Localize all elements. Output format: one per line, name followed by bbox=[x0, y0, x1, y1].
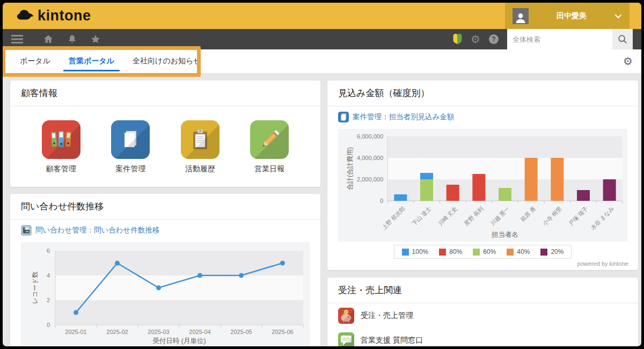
order-link-0[interactable]: 受注・売上管理 bbox=[327, 303, 638, 328]
inquiry-chart-card: 問い合わせ件数推移 問い合わせ管理：問い合わせ件数推移 02462025-012… bbox=[10, 194, 320, 346]
svg-text:川崎 丈史: 川崎 丈史 bbox=[437, 205, 458, 227]
app-link-label: 問い合わせ管理：問い合わせ件数推移 bbox=[35, 226, 159, 235]
inquiry-app-icon bbox=[21, 225, 32, 236]
bar-chart: 02,000,0004,000,0006,000,000上野 裕次郎下山 達士川… bbox=[338, 129, 627, 242]
user-menu[interactable]: 田中愛美 bbox=[505, 3, 630, 29]
svg-text:2025-06: 2025-06 bbox=[272, 329, 293, 335]
forecast-app-icon bbox=[338, 112, 349, 122]
customer-info-card: 顧客情報 顧客管理 案件管理 活動履歴 営業日報 bbox=[10, 81, 320, 187]
svg-text:前原 勇: 前原 勇 bbox=[519, 205, 537, 223]
svg-text:2: 2 bbox=[47, 297, 50, 303]
chat-bubble-icon bbox=[338, 332, 354, 346]
svg-text:0: 0 bbox=[380, 198, 383, 204]
svg-text:星野 長利: 星野 長利 bbox=[463, 205, 484, 227]
svg-text:戸塚 瑞子: 戸塚 瑞子 bbox=[567, 205, 589, 227]
card-title: 受注・売上関連 bbox=[327, 278, 638, 303]
app-tile-2[interactable]: 活動履歴 bbox=[181, 120, 219, 174]
order-link-1[interactable]: 営業支援 質問窓口 bbox=[327, 328, 638, 346]
user-name: 田中愛美 bbox=[529, 11, 614, 21]
portal-tabbar: ポータル営業ポータル全社向けのお知らせ ⚙ bbox=[3, 49, 641, 73]
legend-item: 80% bbox=[439, 248, 462, 256]
order-link-label: 営業支援 質問窓口 bbox=[361, 336, 423, 345]
legend-item: 100% bbox=[402, 248, 429, 256]
forecast-chart-card: 見込み金額（確度別） 案件管理：担当者別見込み金額 02,000,0004,00… bbox=[327, 81, 638, 270]
svg-text:担当者名: 担当者名 bbox=[491, 231, 518, 238]
portal-settings-gear-icon[interactable]: ⚙ bbox=[623, 56, 633, 67]
beginner-guide-icon[interactable] bbox=[448, 29, 466, 49]
hamburger-menu-icon[interactable] bbox=[8, 29, 26, 49]
cloud-logo-icon bbox=[17, 9, 34, 23]
app-label: 活動履歴 bbox=[185, 164, 215, 174]
inquiry-app-link[interactable]: 問い合わせ管理：問い合わせ件数推移 bbox=[10, 220, 320, 238]
svg-text:6: 6 bbox=[47, 248, 50, 254]
clipboard-icon bbox=[181, 120, 219, 159]
chart-legend: 100%80%60%40%20% bbox=[394, 245, 572, 259]
card-title: 見込み金額（確度別） bbox=[327, 81, 638, 106]
app-label: 顧客管理 bbox=[46, 164, 76, 174]
svg-text:6,000,000: 6,000,000 bbox=[357, 133, 383, 140]
portal-tab-0[interactable]: ポータル bbox=[12, 49, 58, 73]
pencil-icon bbox=[250, 120, 289, 159]
user-avatar-icon bbox=[513, 8, 529, 24]
documents-icon bbox=[111, 120, 150, 159]
svg-text:2025-03: 2025-03 bbox=[148, 329, 169, 335]
screenshot-frame: kintone 田中愛美 bbox=[0, 0, 644, 349]
svg-text:水谷 まなみ: 水谷 まなみ bbox=[589, 205, 615, 231]
help-icon[interactable]: ? bbox=[485, 29, 503, 49]
app-label: 営業日報 bbox=[254, 164, 284, 174]
svg-text:受付日時 (月単位): 受付日時 (月単位) bbox=[152, 337, 206, 345]
svg-text:合計(合計費用): 合計(合計費用) bbox=[346, 147, 354, 190]
svg-text:2025-02: 2025-02 bbox=[106, 329, 128, 335]
svg-text:小寺 樹里: 小寺 樹里 bbox=[541, 205, 562, 227]
favorites-star-icon[interactable] bbox=[86, 29, 105, 49]
card-title: 問い合わせ件数推移 bbox=[10, 194, 320, 220]
legend-item: 40% bbox=[507, 248, 530, 256]
portal-content: 顧客情報 顧客管理 案件管理 活動履歴 営業日報 問い合わせ件数推移 問い合わせ… bbox=[3, 73, 641, 346]
legend-item: 20% bbox=[540, 248, 564, 256]
global-search bbox=[507, 29, 633, 49]
powered-by-label: powered by kintone bbox=[327, 259, 638, 270]
binders-icon bbox=[42, 120, 80, 159]
notifications-bell-icon[interactable] bbox=[63, 29, 81, 49]
app-link-label: 案件管理：担当者別見込み金額 bbox=[353, 112, 454, 122]
app-tile-0[interactable]: 顧客管理 bbox=[42, 120, 80, 174]
svg-text:2025-01: 2025-01 bbox=[65, 329, 86, 335]
card-title: 顧客情報 bbox=[10, 81, 320, 106]
svg-text:川越 憲一: 川越 憲一 bbox=[489, 205, 510, 227]
order-link-label: 受注・売上管理 bbox=[361, 311, 413, 321]
svg-text:上野 裕次郎: 上野 裕次郎 bbox=[380, 205, 406, 231]
app-label: 案件管理 bbox=[115, 164, 145, 174]
chevron-down-icon bbox=[614, 11, 622, 21]
search-icon[interactable] bbox=[612, 29, 633, 49]
svg-text:下山 達士: 下山 達士 bbox=[410, 205, 432, 227]
svg-text:レコード数: レコード数 bbox=[31, 272, 39, 304]
logo-text: kintone bbox=[38, 8, 91, 24]
piggy-bank-icon bbox=[338, 308, 354, 324]
svg-text:?: ? bbox=[492, 35, 495, 43]
svg-text:2025-05: 2025-05 bbox=[230, 329, 252, 335]
app-tile-3[interactable]: 営業日報 bbox=[250, 120, 289, 174]
forecast-app-link[interactable]: 案件管理：担当者別見込み金額 bbox=[327, 106, 638, 125]
orders-card: 受注・売上関連 受注・売上管理 営業支援 質問窓口 bbox=[327, 278, 638, 346]
svg-text:2,000,000: 2,000,000 bbox=[357, 176, 383, 183]
kintone-logo[interactable]: kintone bbox=[17, 8, 91, 24]
settings-gear-icon[interactable]: ⚙ bbox=[466, 29, 485, 49]
kintone-screen: kintone 田中愛美 bbox=[3, 3, 641, 346]
toolbar: ⚙ ? bbox=[3, 29, 641, 49]
app-tile-1[interactable]: 案件管理 bbox=[111, 120, 150, 174]
svg-text:4: 4 bbox=[47, 272, 50, 279]
portal-tab-1[interactable]: 営業ポータル bbox=[61, 49, 122, 73]
portal-tab-2[interactable]: 全社向けのお知らせ bbox=[125, 49, 209, 73]
legend-item: 60% bbox=[473, 248, 496, 256]
search-input[interactable] bbox=[507, 29, 612, 49]
app-header: kintone 田中愛美 bbox=[3, 3, 641, 29]
svg-text:2025-04: 2025-04 bbox=[189, 329, 210, 335]
svg-text:4,000,000: 4,000,000 bbox=[357, 155, 383, 161]
line-chart: 02462025-012025-022025-032025-042025-052… bbox=[21, 242, 310, 346]
svg-text:0: 0 bbox=[47, 322, 50, 328]
home-icon[interactable] bbox=[39, 29, 57, 49]
